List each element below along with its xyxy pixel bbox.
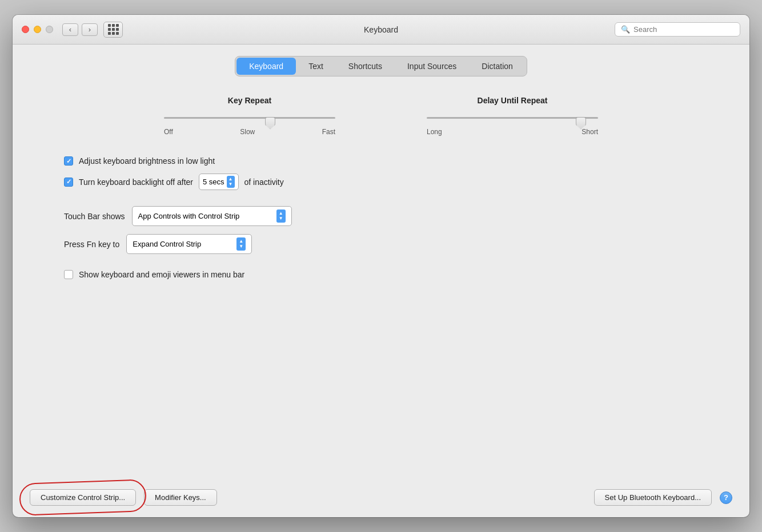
fn-key-dropdown[interactable]: Expand Control Strip ▲ ▼: [126, 234, 252, 254]
brightness-label: Adjust keyboard brightness in low light: [79, 156, 215, 166]
forward-button[interactable]: ›: [82, 23, 98, 36]
nav-buttons: ‹ ›: [62, 23, 98, 36]
up-arrow2-icon: ▲: [279, 211, 283, 216]
delay-repeat-slider[interactable]: [427, 112, 598, 123]
titlebar: ‹ › Keyboard 🔍: [13, 15, 749, 45]
brightness-checkbox[interactable]: [64, 156, 73, 166]
bluetooth-button[interactable]: Set Up Bluetooth Keyboard...: [594, 489, 712, 506]
emoji-section: Show keyboard and emoji viewers in menu …: [64, 270, 732, 279]
tab-dictation[interactable]: Dictation: [469, 58, 525, 75]
delay-repeat-long: Long: [427, 128, 442, 136]
search-box[interactable]: 🔍: [615, 22, 740, 37]
up-arrow3-icon: ▲: [239, 239, 243, 244]
key-repeat-slider[interactable]: [164, 112, 335, 123]
touchbar-shows-label: Touch Bar shows: [64, 212, 125, 221]
content-area: Keyboard Text Shortcuts Input Sources Di…: [13, 45, 749, 517]
app-grid-button[interactable]: [103, 22, 123, 38]
sliders-section: Key Repeat Off Slow Fast Delay Until Rep…: [30, 96, 732, 136]
help-button[interactable]: ?: [720, 491, 732, 504]
delay-repeat-short: Short: [581, 128, 598, 136]
backlight-value: 5 secs: [203, 178, 224, 186]
key-repeat-track: [164, 117, 335, 119]
maximize-button[interactable]: [46, 26, 53, 33]
delay-repeat-group: Delay Until Repeat Long Short: [427, 96, 598, 136]
emoji-label: Show keyboard and emoji viewers in menu …: [79, 270, 244, 279]
tab-shortcuts[interactable]: Shortcuts: [336, 58, 395, 75]
key-repeat-fast: Fast: [322, 128, 335, 136]
options-section: Adjust keyboard brightness in low light …: [64, 156, 732, 190]
back-button[interactable]: ‹: [62, 23, 78, 36]
down-arrow-icon: ▼: [228, 182, 233, 187]
tab-bar: Keyboard Text Shortcuts Input Sources Di…: [235, 56, 527, 76]
close-button[interactable]: [22, 26, 29, 33]
key-repeat-group: Key Repeat Off Slow Fast: [164, 96, 335, 136]
brightness-row: Adjust keyboard brightness in low light: [64, 156, 732, 166]
touchbar-shows-dropdown[interactable]: App Controls with Control Strip ▲ ▼: [132, 206, 292, 226]
grid-icon: [108, 24, 119, 35]
fn-key-arrows: ▲ ▼: [236, 237, 246, 251]
window-title: Keyboard: [364, 25, 398, 34]
inactivity-label: of inactivity: [244, 178, 284, 187]
touchbar-section: Touch Bar shows App Controls with Contro…: [64, 206, 732, 254]
delay-repeat-label: Delay Until Repeat: [478, 96, 548, 105]
search-input[interactable]: [633, 25, 734, 34]
touchbar-shows-value: App Controls with Control Strip: [138, 212, 272, 220]
main-window: ‹ › Keyboard 🔍 Keyboard Text Shortcuts I…: [13, 15, 749, 517]
traffic-lights: [22, 26, 53, 33]
backlight-dropdown[interactable]: 5 secs ▲ ▼: [199, 174, 239, 190]
tab-keyboard[interactable]: Keyboard: [236, 58, 296, 75]
down-arrow2-icon: ▼: [279, 216, 283, 221]
modifier-keys-button[interactable]: Modifier Keys...: [144, 489, 217, 506]
fn-key-row: Press Fn key to Expand Control Strip ▲ ▼: [64, 234, 732, 254]
search-icon: 🔍: [621, 25, 630, 34]
emoji-checkbox[interactable]: [64, 270, 73, 279]
key-repeat-slow: Slow: [240, 128, 255, 136]
minimize-button[interactable]: [34, 26, 41, 33]
key-repeat-label: Key Repeat: [228, 96, 271, 105]
key-repeat-off: Off: [164, 128, 173, 136]
backlight-row: Turn keyboard backlight off after 5 secs…: [64, 174, 732, 190]
backlight-checkbox[interactable]: [64, 178, 73, 187]
bottom-buttons: Customize Control Strip... Modifier Keys…: [30, 483, 732, 506]
tab-text[interactable]: Text: [296, 58, 336, 75]
fn-key-label: Press Fn key to: [64, 240, 119, 249]
down-arrow3-icon: ▼: [239, 244, 243, 249]
delay-repeat-labels: Long Short: [427, 128, 598, 136]
fn-key-value: Expand Control Strip: [133, 240, 232, 248]
tab-input-sources[interactable]: Input Sources: [395, 58, 469, 75]
key-repeat-labels: Off Slow Fast: [164, 128, 335, 136]
touchbar-shows-arrows: ▲ ▼: [276, 209, 286, 223]
backlight-arrows: ▲ ▼: [227, 176, 235, 188]
touchbar-shows-row: Touch Bar shows App Controls with Contro…: [64, 206, 732, 226]
up-arrow-icon: ▲: [228, 177, 233, 182]
delay-repeat-track: [427, 117, 598, 119]
customize-wrapper: Customize Control Strip...: [30, 489, 136, 506]
customize-button[interactable]: Customize Control Strip...: [30, 489, 136, 506]
backlight-label: Turn keyboard backlight off after: [79, 178, 193, 187]
